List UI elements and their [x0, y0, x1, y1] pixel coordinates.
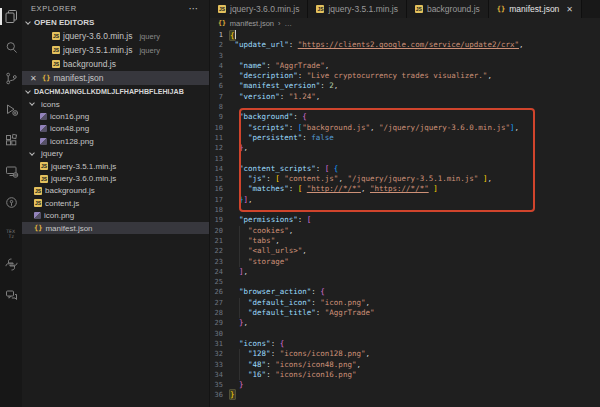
- code-line[interactable]: 1{: [210, 30, 600, 40]
- code-line[interactable]: 13: [210, 154, 600, 164]
- code-token: ,: [244, 143, 249, 152]
- code-line[interactable]: 6 "manifest_version": 2,: [210, 81, 600, 91]
- tree-folder-icons[interactable]: icons: [22, 98, 209, 110]
- tab-jquery-3.6.0.min.js[interactable]: JSjquery-3.6.0.min.js: [210, 0, 308, 18]
- open-editor-item[interactable]: ✕{}manifest.json: [22, 71, 209, 85]
- code-line[interactable]: 25: [210, 277, 600, 287]
- tree-file-icon.png[interactable]: icon.png: [22, 210, 209, 222]
- tree-file-background.js[interactable]: JSbackground.js: [22, 185, 209, 197]
- code-editor[interactable]: 1{2 "update_url": "https://clients2.goog…: [210, 28, 600, 407]
- code-line[interactable]: 10 "scripts": ["background.js", "/jquery…: [210, 123, 600, 133]
- code-line[interactable]: 28 "default_title": "AggrTrade": [210, 308, 600, 318]
- code-line[interactable]: 20 "cookies",: [210, 226, 600, 236]
- code-line[interactable]: 12 },: [210, 143, 600, 153]
- code-token: ,: [325, 61, 330, 70]
- code-line[interactable]: 19 "permissions": [: [210, 215, 600, 225]
- code-line[interactable]: 17 }],: [210, 195, 600, 205]
- code-line[interactable]: 5 "description": "Live cryptocurrency tr…: [210, 71, 600, 81]
- tree-file-icon48.png[interactable]: icon48.png: [22, 123, 209, 135]
- circle-extension-icon[interactable]: [0, 187, 22, 218]
- code-line[interactable]: 11 "persistent": false: [210, 133, 600, 143]
- code-line[interactable]: 18: [210, 205, 600, 215]
- code-line[interactable]: 15 "js": [ "content.js", "/jquery/jquery…: [210, 174, 600, 184]
- tab-jquery-3.5.1.min.js[interactable]: JSjquery-3.5.1.min.js: [308, 0, 406, 18]
- close-editor-icon[interactable]: ✕: [30, 74, 39, 83]
- js-file-icon: JS: [52, 32, 60, 40]
- tree-file-jquery-3.6.0.min.js[interactable]: JSjquery-3.6.0.min.js: [22, 172, 209, 184]
- code-token: "icons": [239, 339, 271, 348]
- extensions-icon[interactable]: [0, 125, 22, 156]
- code-line[interactable]: 27 "default_icon": "icon.png",: [210, 298, 600, 308]
- latex-workshop-icon[interactable]: TEXTz: [0, 218, 22, 249]
- tree-file-content.js[interactable]: JScontent.js: [22, 197, 209, 209]
- code-line[interactable]: 24 ],: [210, 267, 600, 277]
- tree-file-icon16.png[interactable]: icon16.png: [22, 110, 209, 122]
- code-line[interactable]: 36}: [210, 390, 600, 400]
- code-line[interactable]: 32 "128": "icons/icon128.png",: [210, 349, 600, 359]
- code-line[interactable]: 31 "icons": {: [210, 339, 600, 349]
- source-control-icon[interactable]: [0, 63, 22, 94]
- comments-icon[interactable]: [0, 280, 22, 311]
- code-line[interactable]: 30: [210, 329, 600, 339]
- open-editors-header[interactable]: OPEN EDITORS: [22, 16, 209, 29]
- code-token: :: [316, 308, 325, 317]
- code-token: "background": [239, 112, 293, 121]
- tab-close-icon[interactable]: ✕: [566, 5, 573, 14]
- code-token: "AggrTrade": [325, 308, 375, 317]
- code-line[interactable]: 3: [210, 51, 600, 61]
- open-editor-item[interactable]: JSjquery-3.6.0.min.jsjquery: [22, 29, 209, 43]
- tab-manifest.json[interactable]: {}manifest.json✕: [489, 0, 582, 18]
- more-actions-icon[interactable]: ⋯: [188, 3, 199, 14]
- code-token: false: [311, 133, 334, 142]
- code-token: "128": [248, 349, 271, 358]
- code-line[interactable]: 21 "tabs",: [210, 236, 600, 246]
- code-token: :: [320, 81, 329, 90]
- line-content: "permissions": [: [230, 215, 311, 225]
- explorer-icon[interactable]: [0, 1, 22, 32]
- indent-guide: [239, 298, 240, 308]
- code-token: [230, 112, 239, 121]
- code-line[interactable]: 26 "browser_action": {: [210, 287, 600, 297]
- python-icon[interactable]: [0, 249, 22, 280]
- code-line[interactable]: 14 "content_scripts": [ {: [210, 164, 600, 174]
- tree-file-jquery-3.5.1.min.js[interactable]: JSjquery-3.5.1.min.js: [22, 160, 209, 172]
- open-editor-item[interactable]: JSjquery-3.5.1.min.jsjquery: [22, 43, 209, 57]
- tree-file-icon128.png[interactable]: icon128.png: [22, 135, 209, 147]
- code-token: ,: [356, 360, 361, 369]
- code-line[interactable]: 9 "background": {: [210, 112, 600, 122]
- code-line[interactable]: 23 "storage": [210, 257, 600, 267]
- open-editor-label: background.js: [63, 59, 116, 69]
- breadcrumb[interactable]: {} manifest.json › …: [210, 18, 600, 28]
- code-line[interactable]: 22 "<all_urls>",: [210, 246, 600, 256]
- code-line[interactable]: 29 },: [210, 318, 600, 328]
- tab-background.js[interactable]: JSbackground.js: [407, 0, 489, 18]
- line-number: 4: [210, 61, 230, 71]
- code-token: [230, 215, 239, 224]
- code-token: "icons/icon48.png": [275, 360, 356, 369]
- line-content: "icons": {: [230, 339, 284, 349]
- remote-explorer-icon[interactable]: [0, 156, 22, 187]
- search-icon[interactable]: [0, 32, 22, 63]
- code-token: ,: [275, 236, 280, 245]
- line-number: 6: [210, 81, 230, 91]
- code-line[interactable]: 35 }: [210, 380, 600, 390]
- code-line[interactable]: 2 "update_url": "https://clients2.google…: [210, 40, 600, 50]
- code-line[interactable]: 7 "version": "1.24",: [210, 92, 600, 102]
- line-content: "browser_action": {: [230, 287, 325, 297]
- code-token: "content_scripts": [239, 164, 316, 173]
- code-token: ,: [370, 123, 379, 132]
- workspace-folder-header[interactable]: DACHMJAINGLLKDMLJLFHAPHBFLEHIJAB: [22, 85, 209, 98]
- tree-file-manifest.json[interactable]: {}manifest.json: [22, 222, 209, 234]
- tree-folder-jquery[interactable]: jquery: [22, 148, 209, 160]
- code-line[interactable]: 4 "name": "AggrTrade",: [210, 61, 600, 71]
- tree-item-label: background.js: [45, 186, 95, 195]
- code-line[interactable]: 8: [210, 102, 600, 112]
- code-line[interactable]: 33 "48": "icons/icon48.png",: [210, 360, 600, 370]
- code-token: "default_icon": [248, 298, 311, 307]
- line-content: "default_icon": "icon.png",: [230, 298, 370, 308]
- run-debug-icon[interactable]: [0, 94, 22, 125]
- code-line[interactable]: 16 "matches": [ "http://*/*", "https://*…: [210, 184, 600, 194]
- line-number: 36: [210, 390, 230, 400]
- open-editor-item[interactable]: JSbackground.js: [22, 57, 209, 71]
- code-line[interactable]: 34 "16": "icons/icon16.png": [210, 370, 600, 380]
